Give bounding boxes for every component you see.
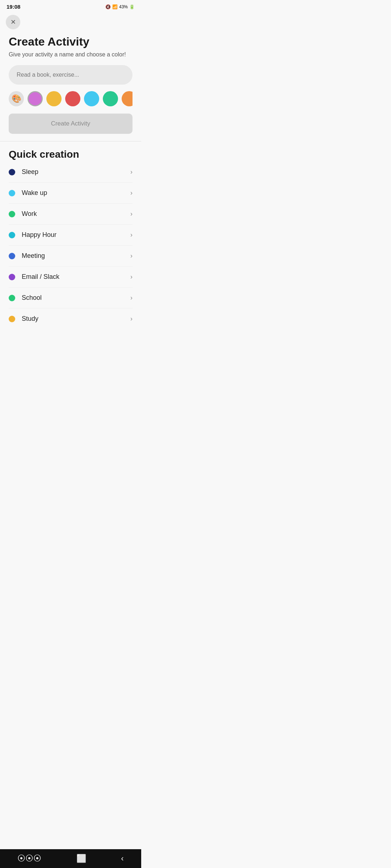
close-button[interactable]: ✕: [6, 15, 20, 29]
item-dot-meeting: [9, 253, 15, 259]
item-dot-emailslack: [9, 274, 15, 280]
chevron-right-icon: ›: [130, 231, 133, 239]
list-item[interactable]: Happy Hour ›: [9, 225, 133, 246]
list-item[interactable]: Work ›: [9, 204, 133, 225]
list-item[interactable]: Email / Slack ›: [9, 267, 133, 288]
wifi-icon: 📶: [112, 4, 118, 9]
list-item[interactable]: School ›: [9, 288, 133, 309]
palette-icon[interactable]: 🎨: [9, 91, 24, 106]
item-label: School: [22, 294, 130, 302]
color-picker-row: 🎨: [9, 91, 133, 106]
page-subtitle: Give your activity a name and choose a c…: [9, 51, 133, 58]
item-label: Work: [22, 210, 130, 218]
item-label: Happy Hour: [22, 231, 130, 239]
chevron-right-icon: ›: [130, 168, 133, 176]
item-label: Wake up: [22, 189, 130, 197]
color-teal[interactable]: [103, 91, 118, 106]
color-sky[interactable]: [84, 91, 99, 106]
list-item[interactable]: Meeting ›: [9, 246, 133, 267]
chevron-right-icon: ›: [130, 294, 133, 302]
list-item[interactable]: Wake up ›: [9, 183, 133, 204]
item-dot-study: [9, 316, 15, 322]
chevron-right-icon: ›: [130, 210, 133, 218]
chevron-right-icon: ›: [130, 273, 133, 281]
status-bar: 19:08 🔇 📶 43% 🔋: [0, 0, 141, 12]
activity-name-input[interactable]: [9, 65, 133, 85]
chevron-right-icon: ›: [130, 252, 133, 260]
item-label: Study: [22, 315, 130, 323]
status-icons: 🔇 📶 43% 🔋: [105, 4, 135, 9]
item-dot-school: [9, 295, 15, 301]
section-divider: [0, 141, 141, 141]
color-yellow[interactable]: [46, 91, 62, 106]
chevron-right-icon: ›: [130, 189, 133, 197]
item-dot-wakeup: [9, 190, 15, 196]
main-content: Create Activity Give your activity a nam…: [0, 32, 141, 141]
item-dot-happyhour: [9, 232, 15, 238]
status-time: 19:08: [7, 4, 20, 10]
color-pink[interactable]: [28, 91, 43, 106]
create-activity-button[interactable]: Create Activity: [9, 114, 133, 134]
chevron-right-icon: ›: [130, 315, 133, 323]
battery-text: 43%: [119, 4, 128, 9]
item-label: Sleep: [22, 168, 130, 176]
item-dot-work: [9, 211, 15, 217]
list-item[interactable]: Study ›: [9, 309, 133, 329]
item-dot-sleep: [9, 169, 15, 175]
item-label: Meeting: [22, 252, 130, 260]
battery-icon: 🔋: [129, 4, 135, 9]
page-title: Create Activity: [9, 35, 133, 48]
color-orange[interactable]: [122, 91, 133, 106]
list-item[interactable]: Sleep ›: [9, 162, 133, 183]
mute-icon: 🔇: [105, 4, 111, 9]
color-red[interactable]: [65, 91, 80, 106]
quick-creation-title: Quick creation: [9, 149, 133, 160]
quick-list: Sleep › Wake up › Work › Happy Hour › Me…: [9, 162, 133, 329]
quick-creation-section: Quick creation Sleep › Wake up › Work › …: [0, 149, 141, 358]
item-label: Email / Slack: [22, 273, 130, 281]
